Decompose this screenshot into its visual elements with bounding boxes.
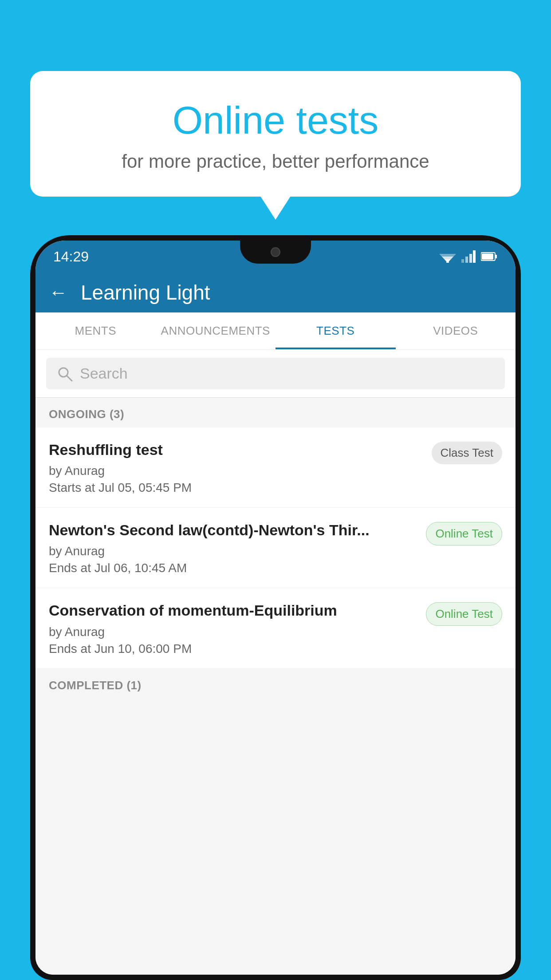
test-name: Reshuffling test [49,440,423,459]
signal-icon [461,250,476,263]
search-bar[interactable]: Search [46,358,505,389]
tab-announcements[interactable]: ANNOUNCEMENTS [156,312,276,349]
status-bar: 14:29 [35,241,516,273]
svg-rect-9 [495,255,497,258]
back-button[interactable]: ← [49,282,67,303]
svg-rect-6 [469,254,472,263]
search-icon [57,366,73,382]
phone-notch [240,241,311,264]
test-info: Newton's Second law(contd)-Newton's Thir… [49,520,426,575]
app-header: ← Learning Light [35,273,516,312]
test-item[interactable]: Reshuffling test by Anurag Starts at Jul… [35,427,516,508]
test-time: Ends at Jul 06, 10:45 AM [49,561,417,575]
test-time: Starts at Jul 05, 05:45 PM [49,481,423,495]
test-name: Newton's Second law(contd)-Newton's Thir… [49,520,417,540]
tab-tests[interactable]: TESTS [276,312,396,349]
app-title: Learning Light [81,281,210,304]
phone-inner: 14:29 [35,241,516,975]
test-badge-class: Class Test [432,442,502,464]
test-list: Reshuffling test by Anurag Starts at Jul… [35,427,516,669]
tabs-bar: MENTS ANNOUNCEMENTS TESTS VIDEOS [35,312,516,350]
test-info: Reshuffling test by Anurag Starts at Jul… [49,440,432,495]
test-badge-online: Online Test [426,602,502,626]
search-bar-wrapper: Search [35,350,516,398]
svg-rect-10 [482,253,493,260]
test-name: Conservation of momentum-Equilibrium [49,601,417,620]
test-info: Conservation of momentum-Equilibrium by … [49,601,426,656]
svg-line-12 [67,376,72,381]
battery-icon [481,252,498,261]
wifi-icon [439,250,456,263]
test-item[interactable]: Newton's Second law(contd)-Newton's Thir… [35,508,516,588]
svg-rect-7 [473,250,476,263]
phone-content: Search ONGOING (3) Reshuffling test by A… [35,350,516,975]
bubble-title: Online tests [52,98,499,143]
tab-ments[interactable]: MENTS [35,312,156,349]
svg-rect-4 [461,259,464,263]
bubble-subtitle: for more practice, better performance [52,151,499,172]
speech-bubble: Online tests for more practice, better p… [30,71,521,197]
status-time: 14:29 [53,249,89,265]
test-author: by Anurag [49,464,423,478]
tab-videos[interactable]: VIDEOS [396,312,516,349]
camera-dot [271,247,280,257]
test-author: by Anurag [49,625,417,639]
test-author: by Anurag [49,544,417,558]
ongoing-section-label: ONGOING (3) [35,398,516,427]
completed-section-label: COMPLETED (1) [35,669,516,699]
status-icons [439,250,498,263]
phone-frame: 14:29 [30,235,521,980]
test-badge-online: Online Test [426,522,502,545]
test-item[interactable]: Conservation of momentum-Equilibrium by … [35,588,516,668]
svg-rect-5 [465,257,468,263]
test-time: Ends at Jun 10, 06:00 PM [49,642,417,656]
search-placeholder: Search [80,365,128,382]
